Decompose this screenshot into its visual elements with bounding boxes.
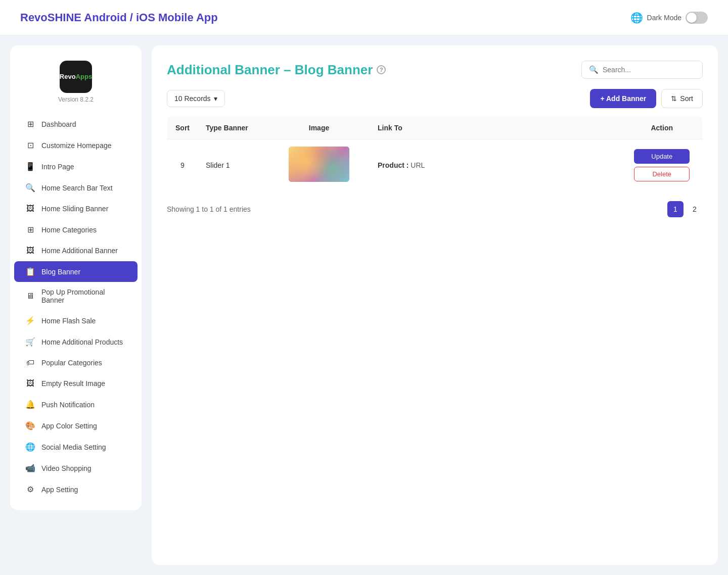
col-sort: Sort	[167, 117, 198, 139]
sidebar-label-popup-promotional-banner: Pop Up Promotional Banner	[41, 288, 126, 304]
sort-label: Sort	[680, 94, 693, 103]
link-to-url: URL	[411, 161, 425, 169]
search-box[interactable]: 🔍	[581, 61, 703, 79]
sidebar-item-blog-banner[interactable]: 📋 Blog Banner	[14, 261, 138, 282]
page-button-2[interactable]: 2	[687, 201, 703, 217]
table-header-row: Sort Type Banner Image Link To Action	[167, 117, 703, 139]
sidebar-item-customize-homepage[interactable]: ⊡ Customize Homepage	[14, 135, 138, 156]
toggle-knob	[687, 13, 697, 23]
sidebar-item-popular-categories[interactable]: 🏷 Popular Categories	[14, 353, 138, 373]
pagination-row: Showing 1 to 1 of 1 entries 1 2	[167, 201, 703, 217]
flash-sale-icon: ⚡	[25, 316, 35, 325]
popular-categories-icon: 🏷	[25, 358, 35, 367]
sidebar-item-video-shopping[interactable]: 📹 Video Shopping	[14, 458, 138, 478]
sidebar-item-empty-result-image[interactable]: 🖼 Empty Result Image	[14, 373, 138, 394]
intro-icon: 📱	[25, 162, 35, 171]
push-notification-icon: 🔔	[25, 400, 35, 409]
sidebar-item-intro-page[interactable]: 📱 Intro Page	[14, 156, 138, 177]
sidebar-label-blog-banner: Blog Banner	[41, 268, 80, 276]
sidebar-item-app-color-setting[interactable]: 🎨 App Color Setting	[14, 415, 138, 436]
sidebar-item-home-search-bar-text[interactable]: 🔍 Home Search Bar Text	[14, 177, 138, 198]
app-color-icon: 🎨	[25, 421, 35, 430]
logo-box: Revo Apps	[60, 61, 92, 93]
col-link-to: Link To	[370, 117, 622, 139]
sidebar-label-home-flash-sale: Home Flash Sale	[41, 317, 96, 325]
sort-button[interactable]: ⇅ Sort	[661, 89, 703, 108]
cell-link-to: Product : URL	[370, 139, 622, 191]
version-text: Version 8.2.2	[58, 96, 94, 103]
logo-apps: Apps	[76, 73, 93, 81]
toolbar-buttons: + Add Banner ⇅ Sort	[590, 89, 703, 108]
page-button-1[interactable]: 1	[667, 201, 684, 217]
cell-type-banner: Slider 1	[198, 139, 268, 191]
chevron-down-icon: ▾	[214, 94, 217, 103]
logo-revo: Revo	[60, 73, 76, 81]
cell-image	[268, 139, 370, 191]
help-icon[interactable]: ?	[377, 65, 386, 74]
cell-sort: 9	[167, 139, 198, 191]
dark-mode-label: Dark Mode	[647, 14, 681, 22]
data-table: Sort Type Banner Image Link To Action 9 …	[167, 116, 703, 191]
sidebar-label-customize-homepage: Customize Homepage	[41, 141, 112, 150]
toolbar-row: 10 Records ▾ + Add Banner ⇅ Sort	[167, 89, 703, 108]
search-bar-icon: 🔍	[25, 183, 35, 193]
app-setting-icon: ⚙	[25, 485, 35, 494]
sidebar-label-home-search-bar-text: Home Search Bar Text	[41, 184, 113, 192]
main-layout: Revo Apps Version 8.2.2 ⊞ Dashboard ⊡ Cu…	[0, 35, 728, 575]
sliding-banner-icon: 🖼	[25, 204, 35, 213]
sidebar-item-social-media-setting[interactable]: 🌐 Social Media Setting	[14, 437, 138, 457]
product-image	[289, 147, 349, 182]
top-header: RevoSHINE Android / iOS Mobile App 🌐 Dar…	[0, 0, 728, 35]
page-title: Additional Banner – Blog Banner ?	[167, 62, 386, 78]
sidebar: Revo Apps Version 8.2.2 ⊞ Dashboard ⊡ Cu…	[10, 45, 142, 510]
sidebar-label-dashboard: Dashboard	[41, 120, 76, 128]
sidebar-item-home-categories[interactable]: ⊞ Home Categories	[14, 219, 138, 240]
video-shopping-icon: 📹	[25, 463, 35, 473]
sidebar-label-app-color-setting: App Color Setting	[41, 422, 97, 430]
link-to-label: Product :	[378, 161, 408, 169]
sidebar-item-push-notification[interactable]: 🔔 Push Notification	[14, 394, 138, 415]
delete-button[interactable]: Delete	[634, 167, 690, 181]
additional-banner-icon: 🖼	[25, 246, 35, 255]
categories-icon: ⊞	[25, 225, 35, 234]
product-image-inner	[289, 147, 349, 182]
sidebar-item-app-setting[interactable]: ⚙ App Setting	[14, 479, 138, 500]
logo-area: Revo Apps Version 8.2.2	[10, 56, 142, 113]
col-action: Action	[622, 117, 703, 139]
dark-mode-toggle: 🌐 Dark Mode	[630, 12, 708, 24]
content-header: Additional Banner – Blog Banner ? 🔍	[167, 61, 703, 79]
pagination-showing-text: Showing 1 to 1 of 1 entries	[167, 205, 251, 213]
globe-icon: 🌐	[630, 12, 643, 24]
page-title-text: Additional Banner – Blog Banner	[167, 62, 373, 78]
app-title: RevoSHINE Android / iOS Mobile App	[20, 11, 218, 24]
records-select[interactable]: 10 Records ▾	[167, 90, 225, 107]
sidebar-item-home-sliding-banner[interactable]: 🖼 Home Sliding Banner	[14, 199, 138, 219]
search-input[interactable]	[603, 66, 695, 74]
sidebar-label-popular-categories: Popular Categories	[41, 359, 102, 367]
additional-products-icon: 🛒	[25, 337, 35, 347]
col-image: Image	[268, 117, 370, 139]
cell-action: Update Delete	[622, 139, 703, 191]
sidebar-item-home-additional-products[interactable]: 🛒 Home Additional Products	[14, 331, 138, 352]
sort-icon: ⇅	[671, 94, 677, 103]
sidebar-label-home-sliding-banner: Home Sliding Banner	[41, 205, 108, 213]
records-label: 10 Records	[174, 94, 211, 103]
social-media-icon: 🌐	[25, 442, 35, 452]
sidebar-label-video-shopping: Video Shopping	[41, 464, 92, 472]
sidebar-label-home-additional-banner: Home Additional Banner	[41, 247, 118, 255]
empty-result-icon: 🖼	[25, 379, 35, 388]
sidebar-item-home-flash-sale[interactable]: ⚡ Home Flash Sale	[14, 310, 138, 331]
add-banner-button[interactable]: + Add Banner	[590, 89, 656, 108]
blog-banner-icon: 📋	[25, 267, 35, 276]
search-icon: 🔍	[589, 65, 599, 74]
customize-icon: ⊡	[25, 140, 35, 150]
sidebar-item-home-additional-banner[interactable]: 🖼 Home Additional Banner	[14, 241, 138, 261]
sidebar-item-popup-promotional-banner[interactable]: 🖥 Pop Up Promotional Banner	[14, 282, 138, 310]
update-button[interactable]: Update	[634, 149, 690, 164]
sidebar-label-intro-page: Intro Page	[41, 163, 74, 171]
sidebar-label-push-notification: Push Notification	[41, 401, 95, 409]
sidebar-label-social-media-setting: Social Media Setting	[41, 443, 106, 451]
dark-mode-switch[interactable]	[686, 12, 708, 24]
sidebar-item-dashboard[interactable]: ⊞ Dashboard	[14, 114, 138, 134]
sidebar-label-empty-result-image: Empty Result Image	[41, 379, 105, 388]
